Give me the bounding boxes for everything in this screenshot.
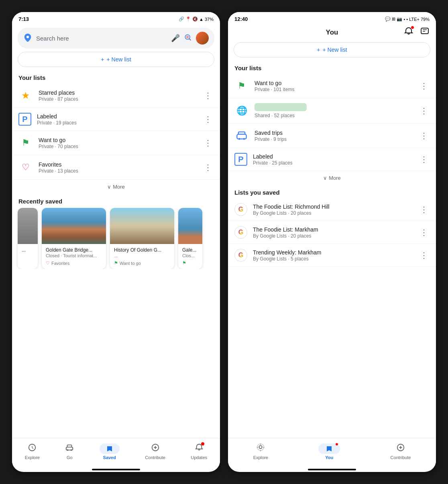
list-name: Labeled xyxy=(37,113,197,120)
right-header: You xyxy=(228,24,436,40)
list-item[interactable]: ⚑ Want to go Private · 70 places ⋮ xyxy=(12,131,220,155)
card-image xyxy=(18,208,38,244)
saved-card[interactable]: Golden Gate Bridge... Closed · Tourist i… xyxy=(42,208,106,269)
saved-card[interactable]: Gale... Clos... ⚑ xyxy=(178,208,202,269)
go-label: Go xyxy=(67,455,73,460)
explore-icon xyxy=(28,443,37,454)
svg-point-16 xyxy=(257,444,264,451)
list-sub: By Google Lists · 5 places xyxy=(253,256,413,262)
chat-icon[interactable] xyxy=(420,26,430,39)
card-tag: ⚑ Want to go xyxy=(114,260,170,266)
card-status: Closed · Tourist informat... xyxy=(46,253,102,258)
list-info: Starred places Private · 87 places xyxy=(39,89,197,102)
flag-tag-icon: ⚑ xyxy=(182,260,186,266)
list-item[interactable]: G Trending Weekly: Markham By Google Lis… xyxy=(228,244,436,267)
svg-point-2 xyxy=(186,35,189,38)
card-name: Gale... xyxy=(182,247,198,253)
list-sub: By Google Lists · 20 places xyxy=(253,210,413,216)
maps-logo-icon xyxy=(23,33,32,44)
list-info: Favorites Private · 13 places xyxy=(39,161,197,174)
plus-icon: + xyxy=(101,56,104,63)
svg-rect-11 xyxy=(421,28,428,34)
tag-label: Want to go xyxy=(120,261,141,266)
list-info: The Foodie List: Richmond Hill By Google… xyxy=(253,203,413,216)
updates-icon xyxy=(195,443,204,454)
flag-icon: ⚑ xyxy=(18,136,33,150)
list-sub: Shared · 52 places xyxy=(255,113,413,118)
search-input[interactable]: Search here xyxy=(36,35,167,42)
sound-off-icon: 🔇 xyxy=(192,16,198,22)
list-name xyxy=(255,103,413,112)
nav-explore[interactable]: Explore xyxy=(22,441,43,462)
explore-label: Explore xyxy=(253,455,268,460)
more-label: More xyxy=(329,175,341,181)
new-list-label: + New list xyxy=(107,56,131,63)
card-body: History Of Golden G... ... ⚑ Want to go xyxy=(110,244,174,269)
card-name: ... xyxy=(22,247,34,253)
svg-rect-12 xyxy=(237,134,246,139)
more-menu-button[interactable]: ⋮ xyxy=(418,153,430,166)
contribute-label: Contribute xyxy=(391,455,411,460)
explore-icon xyxy=(256,443,265,454)
more-menu-button[interactable]: ⋮ xyxy=(418,226,430,239)
list-item[interactable]: G The Foodie List: Markham By Google Lis… xyxy=(228,221,436,244)
svg-point-6 xyxy=(67,449,69,451)
battery2-icon: 79% xyxy=(421,17,430,22)
list-name: Saved trips xyxy=(255,130,413,136)
new-list-button[interactable]: + + New list xyxy=(18,52,214,67)
heart-icon: ♡ xyxy=(18,160,33,175)
svg-point-13 xyxy=(238,138,240,140)
left-time: 7:13 xyxy=(18,16,29,22)
list-item[interactable]: ♡ Favorites Private · 13 places ⋮ xyxy=(12,155,220,180)
card-tag: ♡ Favorites xyxy=(46,260,102,266)
recently-saved-title: Recently saved xyxy=(12,194,220,208)
saved-card[interactable]: ... xyxy=(18,208,38,269)
bell-icon[interactable] xyxy=(404,26,413,39)
list-item[interactable]: Saved trips Private · 9 trips ⋮ xyxy=(228,124,436,148)
list-item[interactable]: G The Foodie List: Richmond Hill By Goog… xyxy=(228,198,436,221)
list-item[interactable]: ⚑ Want to go Private · 101 items ⋮ xyxy=(228,74,436,98)
new-list-button[interactable]: + + New list xyxy=(234,42,430,57)
list-sub: By Google Lists · 20 places xyxy=(253,233,413,239)
google-letter: G xyxy=(238,252,243,259)
list-item[interactable]: 🌐 Shared · 52 places ⋮ xyxy=(228,98,436,124)
right-bottom-nav: Explore You Contribute xyxy=(228,438,436,466)
list-item[interactable]: ★ Starred places Private · 87 places ⋮ xyxy=(12,83,220,108)
header-icons xyxy=(404,26,430,39)
list-name: The Foodie List: Richmond Hill xyxy=(253,203,413,210)
right-nav-explore[interactable]: Explore xyxy=(250,441,271,462)
more-button[interactable]: ∨ More xyxy=(228,171,436,185)
nav-updates[interactable]: Updates xyxy=(187,441,210,462)
left-content: Search here 🎤 + + New list Your lists ★ … xyxy=(12,24,220,438)
right-nav-you[interactable]: You xyxy=(315,442,343,462)
saved-card[interactable]: History Of Golden G... ... ⚑ Want to go xyxy=(110,208,174,269)
more-menu-button[interactable]: ⋮ xyxy=(202,161,214,174)
more-menu-button[interactable]: ⋮ xyxy=(202,136,214,149)
list-name: Want to go xyxy=(39,137,197,143)
list-item[interactable]: P Labeled Private · 19 places ⋮ xyxy=(12,108,220,131)
more-menu-button[interactable]: ⋮ xyxy=(202,89,214,102)
contribute-icon xyxy=(151,443,160,454)
nav-saved[interactable]: Saved xyxy=(96,442,123,462)
recently-saved-scroll: ... Golden Gate Bridge... Closed · Touri… xyxy=(12,208,220,269)
search-bar[interactable]: Search here 🎤 xyxy=(18,28,214,49)
more-menu-button[interactable]: ⋮ xyxy=(418,249,430,262)
lens-icon[interactable] xyxy=(184,33,192,43)
nav-go[interactable]: Go xyxy=(62,441,77,462)
explore-label: Explore xyxy=(25,455,40,460)
more-menu-button[interactable]: ⋮ xyxy=(418,129,430,142)
more-menu-button[interactable]: ⋮ xyxy=(418,79,430,92)
more-menu-button[interactable]: ⋮ xyxy=(418,104,430,117)
more-menu-button[interactable]: ⋮ xyxy=(202,113,214,126)
nav-contribute[interactable]: Contribute xyxy=(142,441,169,462)
chevron-down-icon: ∨ xyxy=(107,184,111,190)
card-name: History Of Golden G... xyxy=(114,247,170,253)
more-button[interactable]: ∨ More xyxy=(12,180,220,194)
card-body: Golden Gate Bridge... Closed · Tourist i… xyxy=(42,244,106,269)
list-item[interactable]: P Labeled Private · 25 places ⋮ xyxy=(228,148,436,171)
right-nav-contribute[interactable]: Contribute xyxy=(387,441,414,462)
more-menu-button[interactable]: ⋮ xyxy=(418,203,430,216)
new-list-label: + New list xyxy=(323,47,347,53)
user-avatar[interactable] xyxy=(196,32,209,45)
mic-icon[interactable]: 🎤 xyxy=(171,34,180,43)
